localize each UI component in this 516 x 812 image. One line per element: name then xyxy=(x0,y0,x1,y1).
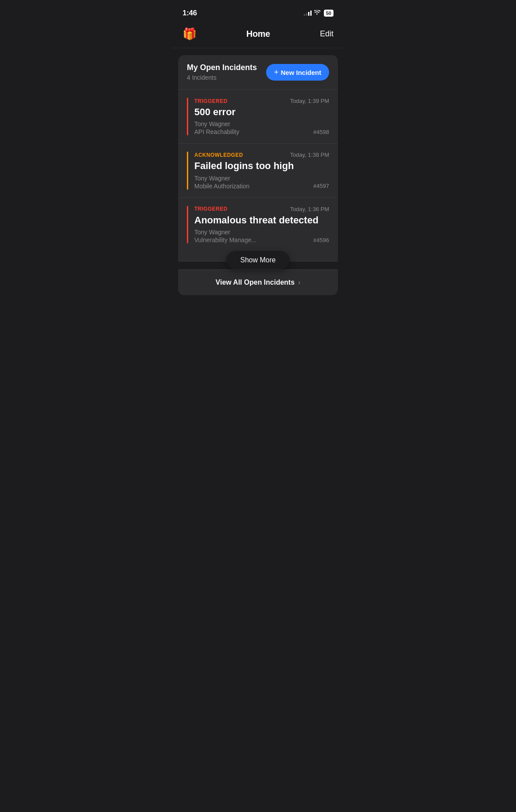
incidents-section-title: My Open Incidents xyxy=(187,63,257,72)
show-more-overlay: Show More xyxy=(172,251,344,269)
incident-severity-bar-2 xyxy=(187,152,188,189)
incident-title-2: Failed logins too high xyxy=(194,160,329,172)
status-icons: 50 xyxy=(304,10,333,17)
incident-number-1: #4598 xyxy=(313,129,329,135)
nav-header: 🎁 Home Edit xyxy=(172,24,344,48)
edit-button[interactable]: Edit xyxy=(320,29,333,39)
signal-icon xyxy=(304,11,312,16)
status-bar: 1:46 50 xyxy=(172,0,344,24)
incident-severity-bar-1 xyxy=(187,98,188,135)
incidents-header-card: My Open Incidents 4 Incidents + New Inci… xyxy=(178,55,338,90)
incident-content-1: TRIGGERED Today, 1:39 PM 500 error Tony … xyxy=(194,98,329,135)
incidents-count: 4 Incidents xyxy=(187,74,217,81)
chevron-right-icon: › xyxy=(298,279,300,286)
incident-bottom-row-3: Vulnerability Manage... #4596 xyxy=(194,237,329,244)
incident-top-row-3: TRIGGERED Today, 1:36 PM xyxy=(194,206,329,212)
incident-number-3: #4596 xyxy=(313,237,329,244)
wifi-icon xyxy=(314,10,321,17)
incident-assignee-2: Tony Wagner xyxy=(194,175,329,182)
incident-service-2: Mobile Authorization xyxy=(194,183,249,190)
incident-title-3: Anomalous threat detected xyxy=(194,215,329,226)
view-all-label: View All Open Incidents xyxy=(216,279,295,286)
incident-service-3: Vulnerability Manage... xyxy=(194,237,256,244)
incident-time-2: Today, 1:38 PM xyxy=(290,152,329,158)
incident-number-2: #4597 xyxy=(313,183,329,189)
incident-assignee-1: Tony Wagner xyxy=(194,120,329,127)
incident-status-1: TRIGGERED xyxy=(194,98,228,104)
incident-card-1[interactable]: TRIGGERED Today, 1:39 PM 500 error Tony … xyxy=(178,90,338,144)
incident-title-1: 500 error xyxy=(194,106,329,118)
page-title: Home xyxy=(246,29,270,39)
show-more-button[interactable]: Show More xyxy=(226,251,290,269)
incident-content-2: ACKNOWLEDGED Today, 1:38 PM Failed login… xyxy=(194,152,329,189)
incident-time-3: Today, 1:36 PM xyxy=(290,206,329,212)
incident-time-1: Today, 1:39 PM xyxy=(290,98,329,104)
incident-assignee-3: Tony Wagner xyxy=(194,229,329,236)
incident-status-2: ACKNOWLEDGED xyxy=(194,152,243,158)
view-all-card[interactable]: View All Open Incidents › xyxy=(178,269,338,295)
incident-content-3: TRIGGERED Today, 1:36 PM Anomalous threa… xyxy=(194,206,329,244)
incident-bottom-row-2: Mobile Authorization #4597 xyxy=(194,183,329,190)
main-content: My Open Incidents 4 Incidents + New Inci… xyxy=(172,55,344,295)
battery-icon: 50 xyxy=(324,10,333,17)
incident-card-2[interactable]: ACKNOWLEDGED Today, 1:38 PM Failed login… xyxy=(178,144,338,198)
incident-top-row-2: ACKNOWLEDGED Today, 1:38 PM xyxy=(194,152,329,158)
new-incident-label: New Incident xyxy=(281,69,321,76)
incident-status-3: TRIGGERED xyxy=(194,206,228,212)
status-time: 1:46 xyxy=(183,9,197,18)
incidents-header-left: My Open Incidents 4 Incidents xyxy=(187,63,257,81)
plus-icon: + xyxy=(274,68,279,76)
incident-service-1: API Reachability xyxy=(194,128,239,135)
incident-severity-bar-3 xyxy=(187,206,188,244)
incident-top-row-1: TRIGGERED Today, 1:39 PM xyxy=(194,98,329,104)
incident-bottom-row-1: API Reachability #4598 xyxy=(194,128,329,135)
new-incident-button[interactable]: + New Incident xyxy=(266,64,329,81)
gift-icon[interactable]: 🎁 xyxy=(183,27,197,41)
